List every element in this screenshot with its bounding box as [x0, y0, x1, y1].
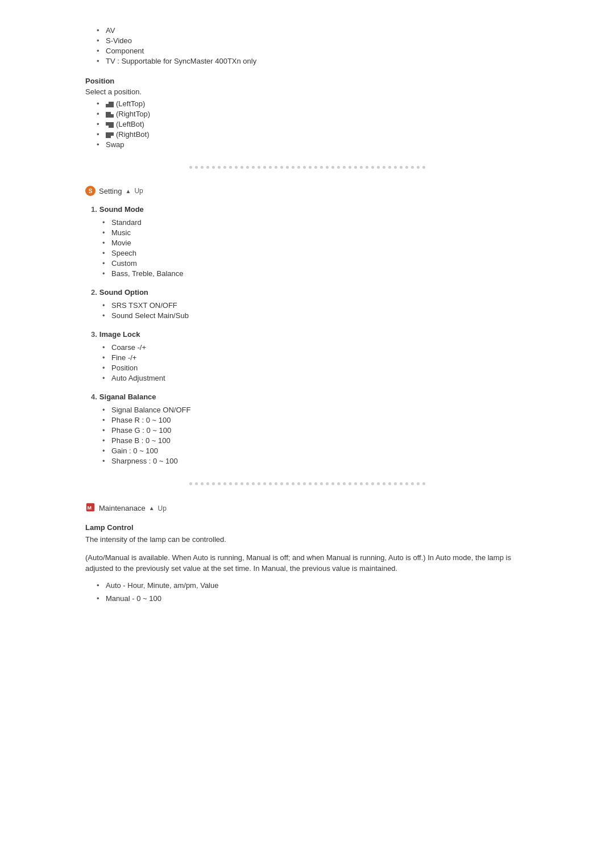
maintenance-up-link[interactable]: Up [158, 504, 167, 512]
setting-header-row: S Setting ▲ Up [85, 186, 529, 196]
divider-dot [320, 166, 323, 169]
divider-dot [417, 482, 420, 485]
numbered-item-bullet: Music [102, 228, 529, 237]
divider-dot [235, 166, 238, 169]
divider-dot [411, 482, 414, 485]
divider-dot [229, 166, 232, 169]
divider-dot [229, 482, 232, 485]
position-icon-leftbot [106, 122, 114, 128]
divider-dot [286, 482, 289, 485]
maintenance-icon: M [85, 502, 96, 514]
position-list-item: (RightBot) [97, 130, 529, 139]
divider-dot [331, 166, 334, 169]
divider-dot [360, 482, 363, 485]
numbered-item: 1.Sound ModeStandardMusicMovieSpeechCust… [91, 205, 529, 278]
maintenance-content: Lamp Control The intensity of the lamp c… [85, 523, 529, 603]
divider-dot [263, 482, 266, 485]
divider-dot [269, 482, 272, 485]
divider-dot [263, 166, 266, 169]
divider-dot [309, 166, 312, 169]
divider-dot [400, 482, 403, 485]
top-section: AVS-VideoComponentTV : Supportable for S… [85, 26, 529, 65]
divider-dot [320, 482, 323, 485]
position-item-label: (RightTop) [116, 110, 150, 118]
numbered-item-bullet: Standard [102, 218, 529, 227]
divider-dot [343, 482, 346, 485]
numbered-item-title: Sound Option [99, 288, 148, 297]
section-divider-2 [85, 482, 529, 485]
setting-title: Setting [99, 187, 122, 195]
divider-dot [405, 166, 408, 169]
lamp-item: Manual - 0 ~ 100 [97, 594, 529, 603]
setting-up-link[interactable]: Up [134, 187, 143, 195]
numbered-item-bullet: Movie [102, 239, 529, 247]
numbered-item: 2.Sound OptionSRS TSXT ON/OFFSound Selec… [91, 288, 529, 320]
numbered-item-bullet: Auto Adjustment [102, 374, 529, 382]
top-bullet-list: AVS-VideoComponentTV : Supportable for S… [85, 26, 529, 65]
lamp-control-desc1: The intensity of the lamp can be control… [85, 534, 529, 545]
divider-dot [303, 166, 306, 169]
divider-dot [280, 482, 283, 485]
setting-section: S Setting ▲ Up 1.Sound ModeStandardMusic… [85, 186, 529, 465]
divider-dot [314, 482, 317, 485]
divider-dot [240, 482, 243, 485]
numbered-label: 2. [91, 288, 97, 297]
numbered-item-bullet: Sound Select Main/Sub [102, 311, 529, 320]
divider-dot [383, 166, 385, 169]
divider-dot [303, 482, 306, 485]
divider-dot [235, 482, 238, 485]
numbered-item-title: Siganal Balance [99, 393, 156, 401]
divider-dot [218, 482, 221, 485]
lamp-items-list: Auto - Hour, Minute, am/pm, ValueManual … [85, 581, 529, 603]
divider-dot [252, 166, 255, 169]
setting-icon: S [85, 186, 96, 196]
divider-dot [417, 166, 420, 169]
divider-dot [258, 166, 260, 169]
position-item-label: (LeftBot) [116, 120, 144, 128]
divider-dot [275, 166, 277, 169]
divider-dot [258, 482, 260, 485]
maintenance-title: Maintenanace [99, 504, 146, 512]
divider-dot [337, 166, 340, 169]
divider-dot [286, 166, 289, 169]
divider-dot [189, 166, 192, 169]
page-container: AVS-VideoComponentTV : Supportable for S… [51, 0, 563, 629]
divider-dot [388, 166, 391, 169]
divider-dot [394, 482, 397, 485]
position-item-label: (LeftTop) [116, 99, 145, 108]
divider-dot [411, 166, 414, 169]
divider-dot [326, 166, 329, 169]
numbered-label: 1. [91, 205, 97, 214]
top-bullet-item: Component [97, 47, 529, 55]
divider-dot [189, 482, 192, 485]
divider-dot [280, 166, 283, 169]
divider-dot [292, 166, 294, 169]
divider-dot [212, 166, 215, 169]
position-list-item: (LeftTop) [97, 99, 529, 108]
position-list-item: (LeftBot) [97, 120, 529, 128]
position-icon-lefttop [106, 102, 114, 107]
divider-dot [314, 166, 317, 169]
divider-dot [326, 482, 329, 485]
divider-dot [349, 482, 351, 485]
divider-dot [292, 482, 294, 485]
numbered-item-bullet: Coarse -/+ [102, 343, 529, 352]
section-divider-1 [85, 166, 529, 169]
divider-dot [297, 482, 300, 485]
position-list: (LeftTop)(RightTop)(LeftBot)(RightBot)Sw… [85, 99, 529, 149]
numbered-label: 4. [91, 393, 97, 401]
numbered-item-bullet: Bass, Treble, Balance [102, 269, 529, 278]
lamp-control-heading: Lamp Control [85, 523, 529, 532]
divider-dot [201, 482, 204, 485]
numbered-item-bullet: Signal Balance ON/OFF [102, 406, 529, 414]
divider-dot [297, 166, 300, 169]
divider-dot [377, 166, 380, 169]
divider-dot [195, 166, 198, 169]
numbered-item-bullet: Phase B : 0 ~ 100 [102, 436, 529, 445]
divider-dot [422, 166, 425, 169]
divider-dot [275, 482, 277, 485]
numbered-item-bullet: Phase G : 0 ~ 100 [102, 426, 529, 435]
numbered-item-bullets: Signal Balance ON/OFFPhase R : 0 ~ 100Ph… [91, 406, 529, 465]
numbered-label: 3. [91, 330, 97, 339]
divider-dot [195, 482, 198, 485]
